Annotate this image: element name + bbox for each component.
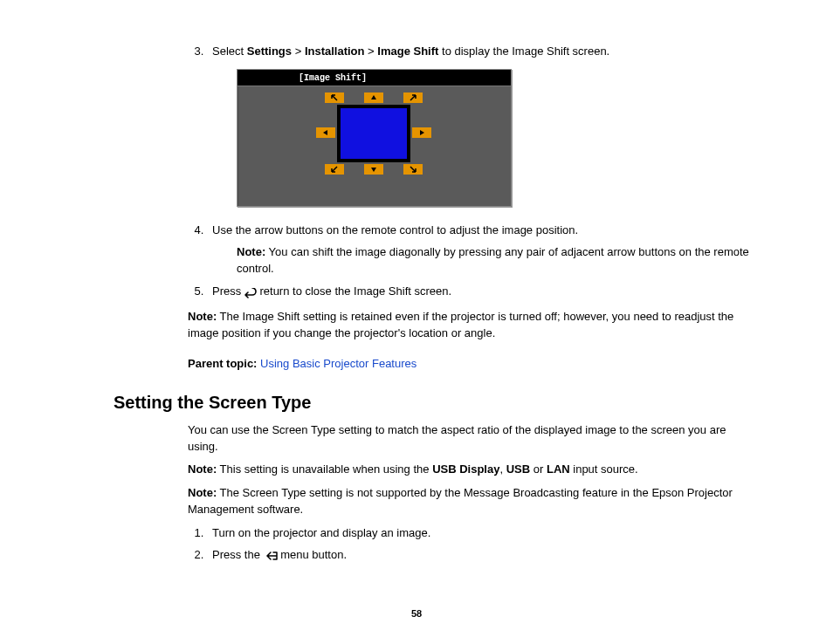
parent-topic-label: Parent topic: bbox=[188, 357, 257, 370]
bottom-step-2-prefix: Press the bbox=[212, 548, 264, 561]
return-icon bbox=[244, 287, 257, 298]
note-unavail-bold3: LAN bbox=[547, 462, 570, 476]
step-3: Select Settings > Installation > Image S… bbox=[207, 44, 754, 207]
note-broadcast: Note: The Screen Type setting is not sup… bbox=[188, 485, 754, 518]
step-5-suffix: return to close the Image Shift screen. bbox=[257, 284, 451, 298]
step-5: Press return to close the Image Shift sc… bbox=[207, 284, 754, 300]
step-4-text: Use the arrow buttons on the remote cont… bbox=[212, 223, 578, 236]
step-4-note-text: You can shift the image diagonally by pr… bbox=[237, 245, 749, 275]
intro-text: You can use the Screen Type setting to m… bbox=[188, 422, 754, 456]
retain-note-text: The Image Shift setting is retained even… bbox=[188, 310, 733, 339]
step-4-note: Note: You can shift the image diagonally… bbox=[237, 244, 754, 277]
content-area: Select Settings > Installation > Image S… bbox=[188, 44, 754, 564]
document-page: Select Settings > Installation > Image S… bbox=[0, 0, 833, 644]
arrow-up-icon bbox=[364, 92, 383, 103]
arrow-right-icon bbox=[412, 127, 431, 138]
bottom-step-1-text: Turn on the projector and display an ima… bbox=[212, 526, 430, 539]
retain-note-label: Note: bbox=[188, 310, 217, 323]
note-unavail-bold2: USB bbox=[506, 462, 530, 476]
step-4: Use the arrow buttons on the remote cont… bbox=[207, 223, 754, 277]
retain-note: Note: The Image Shift setting is retaine… bbox=[188, 309, 754, 342]
note-unavailable: Note: This setting is unavailable when u… bbox=[188, 462, 754, 478]
arrow-left-icon bbox=[316, 127, 335, 138]
arrow-up-left-icon bbox=[325, 92, 344, 103]
note-unavail-sep2: or bbox=[530, 462, 547, 476]
page-number: 58 bbox=[0, 607, 833, 621]
step-3-bold3: Image Shift bbox=[377, 45, 438, 58]
ordered-list-top: Select Settings > Installation > Image S… bbox=[188, 44, 754, 300]
diagram-title-bar bbox=[238, 70, 511, 86]
arrow-down-right-icon bbox=[403, 164, 423, 175]
note-broadcast-text: The Screen Type setting is not supported… bbox=[188, 486, 733, 516]
parent-topic: Parent topic: Using Basic Projector Feat… bbox=[188, 356, 754, 373]
bottom-step-1: Turn on the projector and display an ima… bbox=[207, 525, 754, 542]
note-broadcast-label: Note: bbox=[188, 486, 217, 499]
arrow-down-left-icon bbox=[325, 164, 344, 175]
step-3-sep2: > bbox=[365, 45, 378, 58]
step-3-suffix: to display the Image Shift screen. bbox=[438, 45, 609, 58]
arrow-down-icon bbox=[364, 164, 383, 175]
note-unavail-prefix: This setting is unavailable when using t… bbox=[217, 462, 432, 476]
diagram-title: [Image Shift] bbox=[299, 72, 367, 86]
bottom-step-2: Press the menu button. bbox=[207, 547, 754, 564]
image-rectangle bbox=[337, 105, 410, 162]
bottom-step-2-suffix: menu button. bbox=[278, 548, 348, 561]
step-3-prefix: Select bbox=[212, 45, 247, 58]
step-5-prefix: Press bbox=[212, 284, 244, 298]
menu-icon bbox=[264, 550, 278, 560]
step-4-note-label: Note: bbox=[237, 245, 265, 258]
parent-topic-link[interactable]: Using Basic Projector Features bbox=[257, 357, 416, 370]
note-unavail-sep1: , bbox=[499, 462, 506, 476]
diagram-inner bbox=[316, 92, 431, 187]
note-unavail-bold1: USB Display bbox=[432, 462, 499, 476]
image-shift-diagram: [Image Shift] bbox=[237, 69, 512, 207]
step-3-bold1: Settings bbox=[247, 45, 292, 58]
arrow-up-right-icon bbox=[403, 92, 423, 103]
note-unavail-label: Note: bbox=[188, 462, 217, 476]
heading-screen-type: Setting the Screen Type bbox=[114, 390, 754, 415]
note-unavail-suffix: input source. bbox=[570, 462, 638, 476]
step-3-sep1: > bbox=[292, 45, 305, 58]
ordered-list-bottom: Turn on the projector and display an ima… bbox=[188, 525, 754, 564]
step-3-bold2: Installation bbox=[305, 45, 365, 58]
